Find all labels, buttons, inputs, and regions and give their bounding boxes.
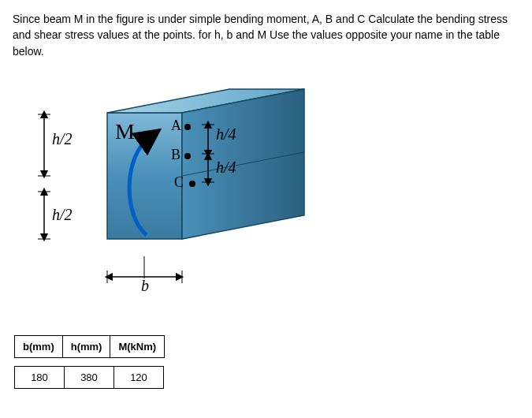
dim-h4-AB: h/4 [216, 125, 236, 144]
val-h: 380 [65, 366, 114, 388]
point-A-label: A [171, 118, 181, 134]
col-M-header: M(kNm) [110, 335, 165, 357]
point-C-dot [189, 181, 195, 187]
point-B-dot [184, 153, 191, 159]
problem-statement: Since beam M in the figure is under simp… [13, 11, 519, 59]
point-A-dot [184, 124, 191, 130]
point-C-label: C [174, 174, 184, 191]
dim-h-half-upper: h/2 [52, 130, 73, 148]
val-b: 180 [15, 366, 65, 388]
beam-svg [5, 81, 336, 318]
values-table: b(mm) h(mm) M(kNm) [14, 335, 165, 358]
beam-figure: M A B C h/2 h/2 h/4 h/4 b [5, 81, 336, 318]
col-b-header: b(mm) [15, 335, 63, 357]
dim-b: b [141, 277, 149, 295]
values-table-row: 180 380 120 [14, 366, 164, 389]
table-row: 180 380 120 [15, 366, 164, 388]
col-h-header: h(mm) [62, 335, 110, 357]
dim-h-half-lower: h/2 [52, 206, 73, 224]
point-B-label: B [171, 147, 180, 163]
dim-h4-BC: h/4 [216, 159, 236, 177]
table-header-row: b(mm) h(mm) M(kNm) [15, 335, 165, 357]
val-M: 120 [114, 366, 164, 388]
moment-label: M [115, 119, 135, 144]
